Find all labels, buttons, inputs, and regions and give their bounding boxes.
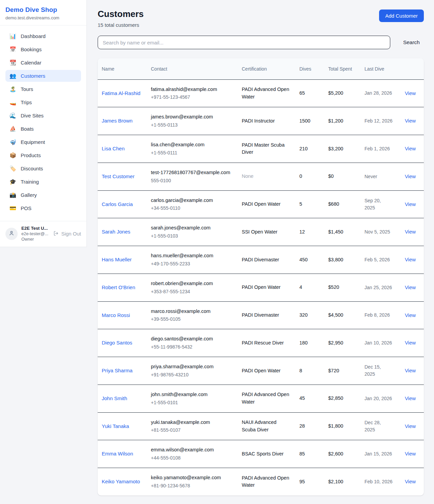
search-button[interactable]: Search: [399, 37, 424, 48]
view-customer-link[interactable]: View: [405, 229, 416, 235]
column-header: Certification: [238, 58, 295, 79]
view-customer-link[interactable]: View: [405, 368, 416, 373]
customer-name-link[interactable]: Carlos Garcia: [102, 201, 133, 207]
customer-certification: PADI Instructor: [238, 107, 295, 135]
customer-name-link[interactable]: Test Customer: [102, 173, 135, 179]
sidebar-item-equipment[interactable]: 🤿 Equipment: [5, 136, 81, 148]
shop-title: Demo Dive Shop: [5, 6, 81, 14]
customer-name-link[interactable]: Hans Mueller: [102, 257, 132, 262]
customer-last-dive: Feb 5, 2026: [360, 246, 397, 274]
sidebar-item-training[interactable]: 🎓 Training: [5, 176, 81, 188]
customers-table-card: NameContactCertificationDivesTotal Spent…: [98, 58, 424, 496]
customer-dives: 28: [295, 412, 324, 440]
table-row: Fatima Al-Rashid fatima.alrashid@example…: [98, 79, 424, 107]
customer-phone: +1-555-0113: [151, 122, 234, 129]
sidebar-item-label: Training: [21, 179, 39, 185]
sidebar-item-gallery[interactable]: 📸 Gallery: [5, 189, 81, 201]
customer-dives: 45: [295, 385, 324, 412]
sidebar: Demo Dive Shop demo.test.divestreams.com…: [0, 0, 87, 247]
table-row: Sarah Jones sarah.jones@example.com +1-5…: [98, 218, 424, 246]
person-icon: [8, 230, 15, 238]
customer-total-spent: $1,450: [324, 218, 360, 246]
customer-certification: PADI Open Water: [238, 357, 295, 385]
customer-last-dive: Feb 12, 2026: [360, 107, 397, 135]
customer-certification: PADI Open Water: [238, 190, 295, 218]
customer-last-dive: Feb 1, 2026: [360, 135, 397, 163]
view-customer-link[interactable]: View: [405, 90, 416, 96]
customer-email: lisa.chen@example.com: [151, 141, 234, 149]
customer-email: sarah.jones@example.com: [151, 224, 234, 232]
customer-last-dive: Jan 10, 2026: [360, 329, 397, 357]
sidebar-item-pos[interactable]: 💳 POS: [5, 202, 81, 214]
view-customer-link[interactable]: View: [405, 146, 416, 151]
view-customer-link[interactable]: View: [405, 395, 416, 401]
view-customer-link[interactable]: View: [405, 340, 416, 346]
customer-name-link[interactable]: Emma Wilson: [102, 451, 133, 456]
sidebar-item-bookings[interactable]: 📅 Bookings: [5, 43, 81, 55]
customer-certification: NAUI Advanced Scuba Diver: [238, 412, 295, 440]
customer-name-link[interactable]: Fatima Al-Rashid: [102, 90, 140, 96]
table-row: James Brown james.brown@example.com +1-5…: [98, 107, 424, 135]
gallery-camera-icon: 📸: [9, 192, 16, 198]
customer-total-spent: $720: [324, 357, 360, 385]
sidebar-item-customers[interactable]: 👥 Customers: [5, 70, 81, 82]
sign-out-button[interactable]: Sign Out: [53, 230, 81, 237]
view-customer-link[interactable]: View: [405, 423, 416, 429]
column-header: Contact: [147, 58, 238, 79]
sidebar-item-tours[interactable]: 🏝️ Tours: [5, 83, 81, 95]
customer-phone: +55-11-99876-5432: [151, 343, 234, 351]
customer-name-link[interactable]: James Brown: [102, 118, 133, 124]
dive-sites-wave-icon: 🌊: [9, 113, 16, 118]
sidebar-item-dive-sites[interactable]: 🌊 Dive Sites: [5, 110, 81, 122]
search-input[interactable]: [98, 36, 390, 49]
customer-certification: SSI Open Water: [238, 218, 295, 246]
view-customer-link[interactable]: View: [405, 257, 416, 262]
customer-name-link[interactable]: Robert O'Brien: [102, 284, 135, 290]
customer-name-link[interactable]: Marco Rossi: [102, 312, 130, 318]
bookings-calendar-icon: 📅: [9, 47, 16, 52]
sidebar-item-label: Boats: [21, 126, 34, 132]
sidebar-item-discounts[interactable]: 🏷️ Discounts: [5, 163, 81, 174]
view-customer-link[interactable]: View: [405, 118, 416, 124]
column-header: Total Spent: [324, 58, 360, 79]
table-row: John Smith john.smith@example.com +1-555…: [98, 385, 424, 412]
customer-last-dive: Dec 15, 2025: [360, 357, 397, 385]
sidebar-item-label: Trips: [21, 99, 32, 105]
customer-certification: PADI Open Water: [238, 274, 295, 301]
sidebar-item-trips[interactable]: 🚤 Trips: [5, 96, 81, 108]
customer-name-link[interactable]: Lisa Chen: [102, 146, 125, 151]
customer-dives: 8: [295, 357, 324, 385]
customer-name-link[interactable]: Keiko Yamamoto: [102, 479, 140, 484]
customer-email: emma.wilson@example.com: [151, 446, 234, 454]
customer-phone: +1-555-0103: [151, 232, 234, 240]
sidebar-item-dashboard[interactable]: 📊 Dashboard: [5, 30, 81, 42]
total-customers-count: 15 total customers: [98, 22, 144, 28]
view-customer-link[interactable]: View: [405, 312, 416, 318]
customer-name-link[interactable]: Sarah Jones: [102, 229, 130, 235]
view-customer-link[interactable]: View: [405, 201, 416, 207]
sidebar-item-products[interactable]: 📦 Products: [5, 149, 81, 161]
trips-boat-icon: 🚤: [9, 100, 16, 105]
main-content: Customers 15 total customers Add Custome…: [87, 0, 434, 504]
table-row: Test Customer test-1772681807767@example…: [98, 163, 424, 190]
view-customer-link[interactable]: View: [405, 284, 416, 290]
sidebar-item-calendar[interactable]: 📆 Calendar: [5, 57, 81, 69]
customer-name-link[interactable]: John Smith: [102, 395, 127, 401]
sidebar-nav: 📊 Dashboard 📅 Bookings 📆 Calendar 👥 Cust…: [0, 25, 86, 219]
customer-name-link[interactable]: Diego Santos: [102, 340, 132, 346]
customer-name-link[interactable]: Yuki Tanaka: [102, 423, 129, 429]
sign-out-label: Sign Out: [61, 231, 81, 237]
view-customer-link[interactable]: View: [405, 173, 416, 179]
column-header: [397, 58, 424, 79]
user-name: E2E Test U...: [21, 226, 50, 231]
sidebar-item-label: Customers: [21, 73, 45, 79]
view-customer-link[interactable]: View: [405, 479, 416, 484]
sidebar-item-label: Gallery: [21, 192, 37, 198]
add-customer-button[interactable]: Add Customer: [379, 10, 424, 22]
customer-name-link[interactable]: Priya Sharma: [102, 368, 133, 373]
customer-email: marco.rossi@example.com: [151, 308, 234, 315]
view-customer-link[interactable]: View: [405, 451, 416, 456]
customer-email: priya.sharma@example.com: [151, 363, 234, 371]
customer-phone: +353-87-555-1234: [151, 288, 234, 295]
sidebar-item-boats[interactable]: ⛵ Boats: [5, 123, 81, 135]
